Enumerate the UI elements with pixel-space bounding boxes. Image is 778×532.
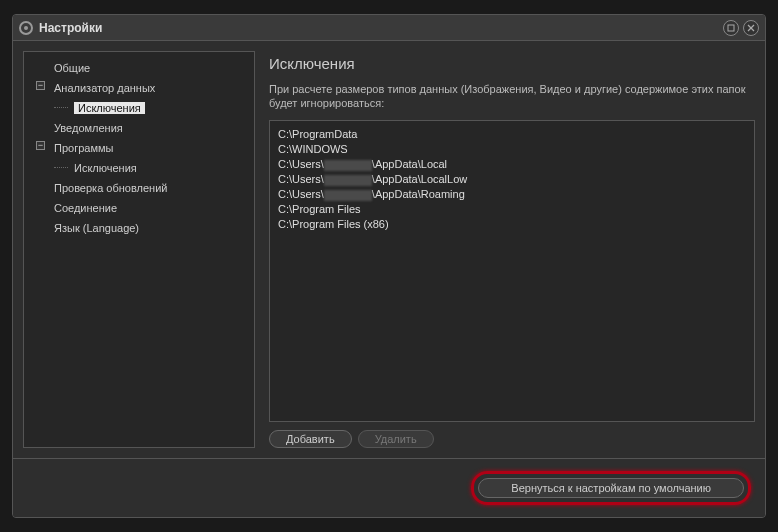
settings-tree: Общие−Анализатор данныхИсключенияУведомл… bbox=[24, 58, 254, 238]
sidebar-item-4[interactable]: −Программы bbox=[24, 138, 254, 158]
list-item[interactable]: C:\Program Files bbox=[278, 202, 746, 217]
content-pane: Исключения При расчете размеров типов да… bbox=[269, 51, 755, 448]
sidebar-item-5[interactable]: Исключения bbox=[24, 158, 254, 178]
sidebar-item-label: Соединение bbox=[54, 202, 117, 214]
redacted-text bbox=[324, 175, 372, 186]
list-item[interactable]: C:\Program Files (x86) bbox=[278, 217, 746, 232]
list-item[interactable]: C:\ProgramData bbox=[278, 127, 746, 142]
tree-expander-icon[interactable]: − bbox=[36, 81, 45, 90]
sidebar-item-6[interactable]: Проверка обновлений bbox=[24, 178, 254, 198]
reset-highlight: Вернуться к настройкам по умолчанию bbox=[471, 471, 751, 505]
sidebar-item-label: Общие bbox=[54, 62, 90, 74]
sidebar-item-label: Проверка обновлений bbox=[54, 182, 167, 194]
titlebar: Настройки bbox=[13, 15, 765, 41]
sidebar: Общие−Анализатор данныхИсключенияУведомл… bbox=[23, 51, 255, 448]
list-item[interactable]: C:\Users\\AppData\Local bbox=[278, 157, 746, 172]
exclusions-listbox[interactable]: C:\ProgramDataC:\WINDOWSC:\Users\\AppDat… bbox=[269, 120, 755, 422]
sidebar-item-label: Язык (Language) bbox=[54, 222, 139, 234]
list-item[interactable]: C:\Users\\AppData\Roaming bbox=[278, 187, 746, 202]
sidebar-item-label: Программы bbox=[54, 142, 113, 154]
sidebar-item-label: Исключения bbox=[74, 102, 145, 114]
footer: Вернуться к настройкам по умолчанию bbox=[13, 458, 765, 517]
sidebar-item-3[interactable]: Уведомления bbox=[24, 118, 254, 138]
sidebar-item-7[interactable]: Соединение bbox=[24, 198, 254, 218]
sidebar-item-1[interactable]: −Анализатор данных bbox=[24, 78, 254, 98]
page-description: При расчете размеров типов данных (Изобр… bbox=[269, 82, 755, 110]
redacted-text bbox=[324, 190, 372, 201]
sidebar-item-label: Уведомления bbox=[54, 122, 123, 134]
sidebar-item-label: Анализатор данных bbox=[54, 82, 155, 94]
sidebar-item-label: Исключения bbox=[74, 162, 137, 174]
app-icon bbox=[19, 21, 33, 35]
reset-defaults-button[interactable]: Вернуться к настройкам по умолчанию bbox=[478, 478, 744, 498]
add-button[interactable]: Добавить bbox=[269, 430, 352, 448]
redacted-text bbox=[324, 160, 372, 171]
settings-window: Настройки Общие−Анализатор данныхИсключе… bbox=[12, 14, 766, 518]
window-title: Настройки bbox=[39, 21, 102, 35]
delete-button[interactable]: Удалить bbox=[358, 430, 434, 448]
sidebar-item-8[interactable]: Язык (Language) bbox=[24, 218, 254, 238]
close-button[interactable] bbox=[743, 20, 759, 36]
tree-expander-icon[interactable]: − bbox=[36, 141, 45, 150]
list-item[interactable]: C:\WINDOWS bbox=[278, 142, 746, 157]
sidebar-item-0[interactable]: Общие bbox=[24, 58, 254, 78]
svg-rect-0 bbox=[728, 25, 734, 31]
page-heading: Исключения bbox=[269, 55, 755, 72]
sidebar-item-2[interactable]: Исключения bbox=[24, 98, 254, 118]
minimize-button[interactable] bbox=[723, 20, 739, 36]
list-item[interactable]: C:\Users\\AppData\LocalLow bbox=[278, 172, 746, 187]
